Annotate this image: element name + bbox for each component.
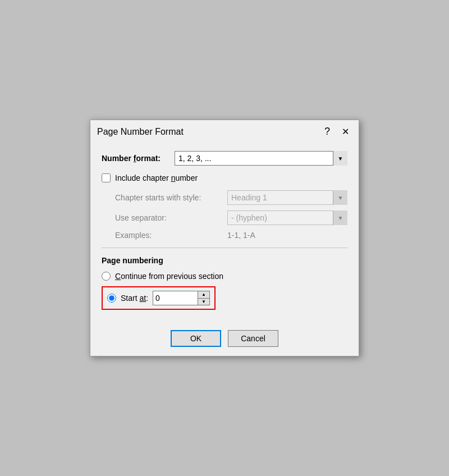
- number-format-row: Number format: 1, 2, 3, ... a, b, c, ...…: [102, 151, 347, 166]
- use-separator-select[interactable]: - (hyphen) : (colon) . (period): [227, 210, 347, 225]
- title-bar: Page Number Format ? ✕: [90, 120, 359, 142]
- number-format-label: Number format:: [102, 154, 175, 163]
- spinbox-down-button[interactable]: ▼: [198, 299, 209, 305]
- start-at-label[interactable]: Start at:: [121, 294, 148, 303]
- divider: [102, 248, 347, 248]
- continue-radio[interactable]: [102, 272, 111, 281]
- start-at-radio[interactable]: [107, 294, 116, 303]
- title-bar-controls: ? ✕: [320, 126, 352, 138]
- chapter-starts-select[interactable]: Heading 1 Heading 2 Heading 3: [227, 190, 347, 205]
- ok-button[interactable]: OK: [171, 330, 221, 347]
- help-button[interactable]: ?: [320, 126, 334, 138]
- dialog-body: Number format: 1, 2, 3, ... a, b, c, ...…: [90, 142, 359, 324]
- use-separator-row: Use separator: - (hyphen) : (colon) . (p…: [115, 210, 347, 225]
- cancel-button[interactable]: Cancel: [228, 330, 278, 347]
- start-at-input[interactable]: 0: [153, 291, 198, 305]
- use-separator-select-container: - (hyphen) : (colon) . (period) ▼: [227, 210, 347, 225]
- number-format-select[interactable]: 1, 2, 3, ... a, b, c, ... A, B, C, ... i…: [175, 151, 347, 166]
- dialog-footer: OK Cancel: [90, 324, 359, 356]
- dialog-page-number-format: Page Number Format ? ✕ Number format: 1,…: [90, 120, 359, 356]
- include-chapter-checkbox[interactable]: [102, 173, 111, 182]
- continue-radio-label[interactable]: Continue from previous section: [115, 272, 223, 281]
- chapter-starts-label: Chapter starts with style:: [115, 193, 227, 202]
- spinbox-up-button[interactable]: ▲: [198, 291, 209, 299]
- examples-row: Examples: 1-1, 1-A: [115, 231, 347, 240]
- number-format-select-container: 1, 2, 3, ... a, b, c, ... A, B, C, ... i…: [175, 151, 347, 166]
- examples-label: Examples:: [115, 231, 227, 240]
- page-numbering-title: Page numbering: [102, 256, 347, 265]
- page-numbering-section: Page numbering Continue from previous se…: [102, 256, 347, 310]
- start-at-row: Start at: 0 ▲ ▼: [102, 286, 216, 310]
- dialog-title: Page Number Format: [97, 127, 184, 137]
- spinbox-buttons: ▲ ▼: [198, 291, 210, 305]
- chapter-starts-select-container: Heading 1 Heading 2 Heading 3 ▼: [227, 190, 347, 205]
- close-button[interactable]: ✕: [338, 126, 352, 137]
- start-at-spinbox: 0 ▲ ▼: [153, 291, 210, 305]
- use-separator-label: Use separator:: [115, 213, 227, 222]
- include-chapter-row: Include chapter number: [102, 173, 347, 182]
- include-chapter-label[interactable]: Include chapter number: [115, 173, 198, 182]
- continue-radio-row: Continue from previous section: [102, 272, 347, 281]
- chapter-section: Chapter starts with style: Heading 1 Hea…: [115, 190, 347, 240]
- examples-value: 1-1, 1-A: [227, 231, 255, 240]
- chapter-starts-row: Chapter starts with style: Heading 1 Hea…: [115, 190, 347, 205]
